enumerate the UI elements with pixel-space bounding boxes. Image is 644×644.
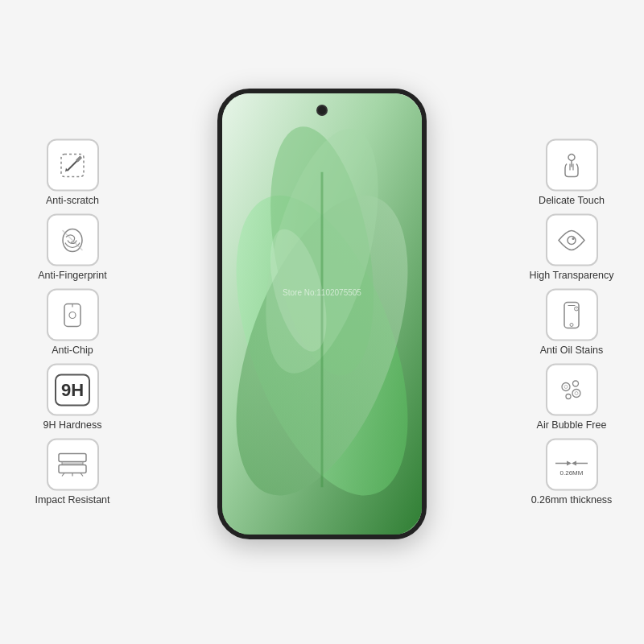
high-transparency-label: High Transparency xyxy=(530,270,614,281)
impact-resistant-label: Impact Resistant xyxy=(35,494,109,506)
impact-icon xyxy=(52,447,93,482)
main-container: Anti-scratch Anti-Fingerprint xyxy=(0,0,644,644)
anti-chip-label: Anti-Chip xyxy=(52,345,93,356)
phone-screen: Store No:1102075505 xyxy=(222,93,422,535)
air-bubble-icon-box xyxy=(546,364,598,416)
svg-point-25 xyxy=(572,237,575,240)
svg-rect-6 xyxy=(64,303,80,326)
high-transparency-icon-box xyxy=(546,214,598,266)
phone-wallpaper xyxy=(222,93,422,535)
phone-area: Store No:1102075505 xyxy=(209,89,435,555)
feature-thickness: 0.26MM 0.26mm thickness xyxy=(507,439,636,506)
svg-point-36 xyxy=(566,394,571,398)
anti-chip-icon-box xyxy=(47,289,99,341)
svg-point-7 xyxy=(69,312,76,318)
feature-anti-chip: Anti-Chip xyxy=(8,289,137,356)
thickness-label: 0.26mm thickness xyxy=(531,494,613,506)
svg-point-32 xyxy=(564,385,568,388)
anti-scratch-icon-box xyxy=(47,139,99,192)
svg-rect-26 xyxy=(564,302,579,328)
svg-point-24 xyxy=(568,236,576,244)
touch-icon xyxy=(554,147,589,183)
scratch-icon xyxy=(55,147,90,183)
thickness-icon-box: 0.26MM xyxy=(546,439,598,491)
store-text: Store No:1102075505 xyxy=(283,287,361,296)
phone-small-icon xyxy=(554,297,589,332)
anti-oil-label: Anti Oil Stains xyxy=(540,345,604,356)
feature-high-transparency: High Transparency xyxy=(507,214,636,281)
svg-marker-2 xyxy=(65,167,68,171)
anti-fingerprint-label: Anti-Fingerprint xyxy=(38,270,106,281)
feature-delicate-touch: Delicate Touch xyxy=(507,139,636,206)
feature-anti-scratch: Anti-scratch xyxy=(8,139,137,206)
feature-impact-resistant: Impact Resistant xyxy=(8,439,137,506)
svg-rect-11 xyxy=(59,464,86,473)
feature-9h-hardness: 9H 9H Hardness xyxy=(8,364,137,431)
feature-anti-fingerprint: Anti-Fingerprint xyxy=(8,214,137,281)
features-right: Delicate Touch High Transparency xyxy=(507,139,636,506)
9h-hardness-label: 9H Hardness xyxy=(43,419,102,431)
thickness-icon: 0.26MM xyxy=(551,447,592,482)
svg-point-31 xyxy=(562,382,570,390)
svg-point-33 xyxy=(573,381,579,386)
anti-oil-icon-box xyxy=(546,289,598,341)
phone-camera xyxy=(316,105,328,116)
anti-scratch-label: Anti-scratch xyxy=(46,195,99,206)
feature-air-bubble-free: Air Bubble Free xyxy=(507,364,636,431)
svg-text:0.26MM: 0.26MM xyxy=(560,469,584,476)
eye-icon xyxy=(554,222,589,258)
9h-label: 9H xyxy=(55,374,90,406)
svg-marker-40 xyxy=(572,460,576,465)
anti-fingerprint-icon-box xyxy=(47,214,99,266)
svg-point-35 xyxy=(575,391,578,394)
9h-icon-box: 9H xyxy=(47,364,99,416)
svg-point-34 xyxy=(572,389,580,397)
fingerprint-icon xyxy=(55,222,90,258)
delicate-touch-label: Delicate Touch xyxy=(539,195,605,206)
delicate-touch-icon-box xyxy=(546,139,598,192)
phone-body: Store No:1102075505 xyxy=(217,89,427,539)
impact-icon-box xyxy=(47,439,99,491)
bubble-icon xyxy=(554,372,589,407)
feature-anti-oil: Anti Oil Stains xyxy=(507,289,636,356)
svg-line-1 xyxy=(68,160,77,170)
svg-point-27 xyxy=(570,323,573,326)
svg-point-30 xyxy=(576,308,577,309)
svg-rect-9 xyxy=(59,453,86,461)
chip-icon xyxy=(55,297,90,332)
air-bubble-free-label: Air Bubble Free xyxy=(537,419,607,431)
features-left: Anti-scratch Anti-Fingerprint xyxy=(8,139,137,506)
svg-marker-38 xyxy=(567,460,572,465)
